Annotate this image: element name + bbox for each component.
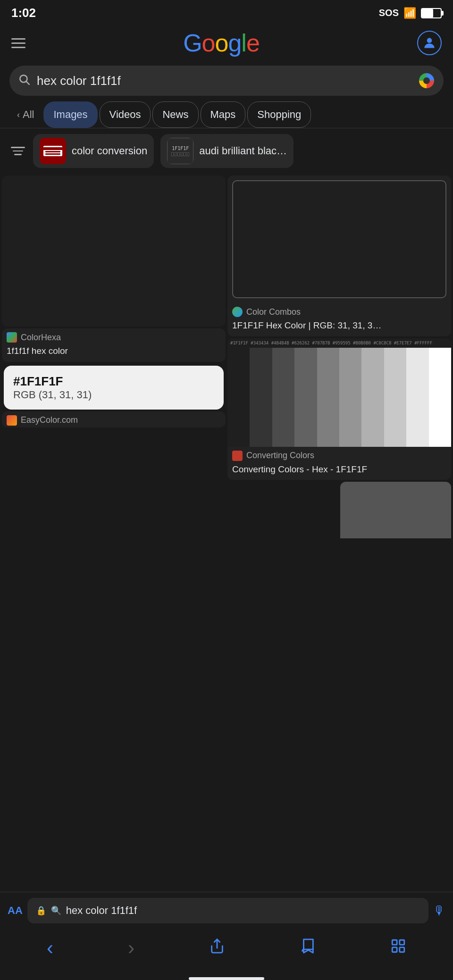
suggestion-thumb-1 [40, 138, 66, 164]
address-search-icon: 🔍 [51, 905, 61, 916]
address-text: hex color 1f1f1f [66, 905, 137, 917]
suggestion-thumb-color [40, 138, 66, 164]
easycolor-favicon [7, 415, 17, 426]
svg-rect-5 [400, 940, 404, 945]
aa-button[interactable]: AA [8, 905, 23, 917]
tab-all[interactable]: ‹ All [9, 102, 42, 127]
image-card-colorhexa-main[interactable] [2, 176, 226, 327]
info-card: #1F1F1F RGB (31, 31, 31) [4, 366, 224, 410]
image-card-converting[interactable]: #1F1F1F #343434 #4B4B4B #626262 #787B7B … [227, 338, 451, 480]
lock-icon: 🔒 [36, 905, 46, 916]
converting-source: Converting Colors [227, 447, 451, 463]
tab-videos-label: Videos [109, 109, 141, 120]
colorhexa-card-title: 1f1f1f hex color [2, 344, 226, 362]
mic-icon[interactable]: 🎙 [433, 904, 445, 918]
filter-line-3 [14, 154, 22, 155]
card-source: ColorHexa [2, 328, 226, 344]
svg-rect-6 [392, 947, 397, 952]
converting-card-title: Converting Colors - Hex - 1F1F1F [227, 463, 451, 480]
search-input[interactable] [37, 74, 411, 88]
gradient-swatches [227, 348, 451, 447]
tabs-button[interactable] [381, 935, 416, 961]
lens-circle [419, 73, 434, 88]
partial-card-medium[interactable] [340, 482, 451, 538]
info-card-hex: #1F1F1F [13, 374, 214, 389]
image-card-easycolor-source[interactable]: EasyColor.com [2, 411, 226, 427]
suggestion-label-1: color conversion [72, 145, 147, 157]
easycolor-source: EasyColor.com [2, 411, 226, 427]
search-bar-container [0, 62, 453, 101]
avatar[interactable] [417, 31, 442, 55]
back-arrow-icon: ‹ [17, 110, 20, 120]
image-grid: ColorHexa 1f1f1f hex color #1F1F1F RGB (… [0, 174, 453, 540]
bookmarks-button[interactable] [290, 935, 325, 961]
converting-image: #1F1F1F #343434 #4B4B4B #626262 #787B7B … [227, 338, 451, 447]
google-logo: Google [183, 29, 260, 57]
filter-row: color conversion 1F1F1F 31 31 31 audi br… [0, 128, 453, 174]
header: Google [0, 24, 453, 62]
status-icons: SOS 📶 [379, 7, 442, 19]
tab-maps-label: Maps [210, 109, 236, 120]
tab-shopping-label: Shopping [257, 109, 301, 120]
svg-line-2 [26, 82, 29, 84]
bottom-bar: AA 🔒 🔍 hex color 1f1f1f 🎙 ‹ › [0, 892, 453, 980]
info-card-rgb: RGB (31, 31, 31) [13, 389, 214, 401]
colorcombos-favicon [232, 307, 243, 317]
address-bar-wrap: AA 🔒 🔍 hex color 1f1f1f 🎙 [0, 892, 453, 927]
colorcombos-card-title: 1F1F1F Hex Color | RGB: 31, 31, 3… [227, 319, 451, 336]
colorhexa-favicon [7, 332, 17, 343]
suggestion-label-2: audi brilliant blac… [199, 145, 287, 157]
colorcombos-image [232, 180, 446, 298]
image-card-colorhexa[interactable]: ColorHexa 1f1f1f hex color [2, 328, 226, 362]
google-lens-icon[interactable] [418, 72, 435, 89]
search-bar[interactable] [9, 66, 444, 96]
svg-rect-4 [392, 940, 397, 945]
image-card-colorcombos[interactable]: Color Combos 1F1F1F Hex Color | RGB: 31,… [227, 176, 451, 336]
tab-maps[interactable]: Maps [201, 101, 246, 128]
colorhexa-source-name: ColorHexa [21, 333, 61, 343]
filter-icon[interactable] [9, 142, 26, 159]
bottom-right-partial [227, 482, 451, 538]
suggestion-thumb-2: 1F1F1F 31 31 31 [167, 138, 193, 164]
svg-rect-7 [400, 947, 404, 952]
colorcombos-source-name: Color Combos [246, 307, 301, 317]
sos-label: SOS [379, 8, 399, 18]
suggestion-card-color-conversion[interactable]: color conversion [33, 134, 154, 168]
status-bar: 1:02 SOS 📶 [0, 0, 453, 24]
tab-images[interactable]: Images [43, 101, 97, 128]
menu-line [11, 47, 25, 48]
back-button[interactable]: ‹ [37, 934, 63, 962]
converting-favicon [232, 451, 243, 461]
menu-line [11, 38, 25, 40]
converting-source-name: Converting Colors [246, 451, 314, 461]
tab-shopping[interactable]: Shopping [247, 101, 311, 128]
partial-card-dark[interactable] [227, 482, 338, 538]
easycolor-source-name: EasyColor.com [21, 415, 78, 425]
tab-all-label: All [23, 109, 34, 121]
battery-fill [422, 9, 433, 17]
battery-icon [421, 8, 442, 18]
menu-button[interactable] [11, 38, 25, 48]
forward-button[interactable]: › [118, 934, 144, 962]
filter-line-1 [11, 147, 25, 148]
tab-news-label: News [162, 109, 188, 120]
wifi-icon: 📶 [403, 7, 416, 19]
tab-videos[interactable]: Videos [100, 101, 151, 128]
home-indicator [189, 977, 264, 980]
colorhexa-image [2, 176, 226, 327]
colorcombos-image-wrap [227, 176, 451, 303]
nav-bar: ‹ › [0, 927, 453, 975]
colorcombos-source: Color Combos [227, 303, 451, 319]
menu-line [11, 42, 25, 44]
share-button[interactable] [200, 935, 235, 961]
tab-images-label: Images [53, 109, 87, 120]
svg-point-0 [427, 38, 432, 43]
suggestion-card-audi[interactable]: 1F1F1F 31 31 31 audi brilliant blac… [160, 134, 294, 168]
filter-line-2 [13, 151, 23, 152]
search-tabs: ‹ All Images Videos News Maps Shopping [0, 101, 453, 128]
status-time: 1:02 [11, 6, 36, 20]
address-bar[interactable]: 🔒 🔍 hex color 1f1f1f [27, 898, 428, 923]
search-icon [18, 73, 30, 88]
tab-news[interactable]: News [152, 101, 198, 128]
